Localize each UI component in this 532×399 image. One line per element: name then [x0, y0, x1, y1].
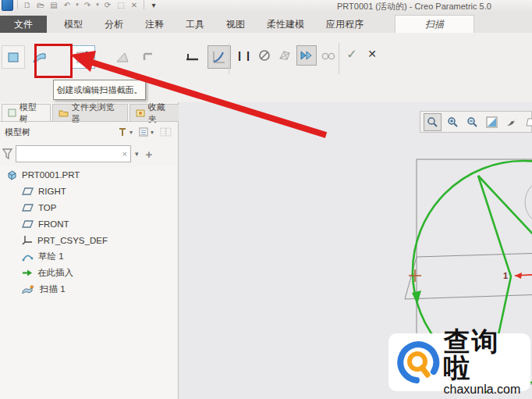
tab-tools[interactable]: 工具	[175, 16, 215, 33]
sketch-line-1	[478, 176, 532, 249]
filter-funnel-icon[interactable]	[2, 148, 13, 160]
tree-item-csys[interactable]: PRT_CSYS_DEF	[0, 232, 177, 248]
model-tree-header: 模型树 ▾ ▾	[0, 121, 178, 142]
display-style-icon	[505, 117, 517, 127]
ok-button[interactable]: ✓	[343, 45, 360, 62]
tooltip-text: 创建或编辑扫描截面。	[57, 84, 143, 96]
tree-item-sweep1[interactable]: ✱ 扫描 1	[0, 281, 177, 297]
settings-dropdown-icon[interactable]: ▾	[129, 129, 133, 136]
tab-favorites[interactable]: 收藏夹	[129, 104, 179, 121]
tree-item-label: 在此插入	[37, 267, 73, 279]
tab-annotate[interactable]: 注释	[134, 16, 175, 33]
undo-dropdown-icon[interactable]: ▾	[75, 0, 80, 10]
variable-section-button[interactable]	[207, 45, 231, 69]
tooltip: 创建或编辑扫描截面。	[53, 80, 146, 100]
tree-item-label: PRT0001.PRT	[22, 170, 80, 180]
display-style-button[interactable]	[503, 114, 520, 130]
zoom-in-button[interactable]	[445, 114, 461, 130]
zoom-out-button[interactable]	[464, 114, 481, 130]
pause-button[interactable]: ❙❙	[236, 47, 253, 64]
verify-button[interactable]	[320, 47, 337, 64]
tab-analysis[interactable]: 分析	[94, 16, 134, 33]
tree-filters-icon[interactable]	[138, 126, 149, 137]
tab-applications[interactable]: 应用程序	[315, 16, 374, 33]
tree-search-row: × ▾ +	[0, 143, 178, 165]
redo-icon[interactable]: ↷	[82, 0, 93, 10]
tree-settings-icon[interactable]	[117, 126, 128, 137]
tree-item-label: TOP	[38, 203, 56, 212]
tab-model-tree[interactable]: 模型树	[2, 104, 51, 121]
clear-search-icon[interactable]: ×	[119, 149, 130, 159]
filters-dropdown-icon[interactable]: ▾	[151, 129, 154, 136]
save-icon[interactable]: ▤	[48, 0, 59, 10]
open-file-icon[interactable]: 🗁	[35, 0, 46, 10]
tab-view[interactable]: 视图	[215, 16, 256, 33]
zoom-in-icon	[447, 116, 459, 128]
graphics-area[interactable]: 1	[179, 102, 532, 399]
remove-material-icon	[115, 50, 130, 64]
sketch-section-icon	[76, 49, 91, 65]
sketch-icon	[22, 252, 34, 262]
svg-text:✱: ✱	[30, 284, 34, 290]
cancel-button[interactable]: ✕	[364, 45, 381, 62]
tree-search-input[interactable]	[16, 147, 119, 161]
tab-folder-browser[interactable]: 文件夹浏览器	[52, 104, 128, 121]
tree-item-front[interactable]: FRONT	[0, 216, 177, 232]
thicken-sketch-icon	[142, 50, 156, 64]
refit-icon	[486, 116, 498, 128]
refit-button[interactable]	[484, 114, 500, 130]
section-marker-label: 1	[503, 271, 508, 280]
section-marker-arrow	[515, 273, 522, 279]
watermark-name: 查询啦	[444, 329, 526, 382]
zoom-out-icon	[466, 116, 478, 128]
add-filter-button[interactable]: +	[141, 148, 153, 161]
csys-icon	[22, 235, 33, 245]
tab-model[interactable]: 模型	[53, 16, 94, 33]
trajectory-direction-arrow	[412, 290, 421, 305]
regenerate-icon[interactable]: ⟳	[102, 0, 113, 10]
undo-icon[interactable]: ↶	[62, 0, 73, 10]
favorites-icon	[136, 109, 145, 117]
model-tree-title: 模型树	[0, 126, 30, 138]
origin-cross-icon	[409, 269, 421, 282]
glasses-icon	[321, 51, 335, 60]
customize-arrow-icon[interactable]: ▾	[148, 0, 159, 10]
tree-item-top[interactable]: TOP	[0, 199, 177, 216]
tree-item-part[interactable]: PRT0001.PRT	[0, 166, 177, 183]
model-tree-tab-icon	[8, 109, 16, 117]
attached-preview-button[interactable]	[296, 45, 317, 66]
remove-material-button[interactable]	[111, 45, 134, 69]
windows-icon[interactable]: ⬚	[115, 0, 126, 10]
ribbon-tab-bar: 文件 模型 分析 注释 工具 视图 柔性建模 应用程序 扫描	[0, 13, 532, 33]
part-icon	[6, 169, 17, 180]
chaxunla-logo-icon	[393, 338, 441, 387]
redo-dropdown-icon[interactable]: ▾	[95, 0, 100, 10]
constant-section-button[interactable]	[181, 45, 204, 69]
search-dropdown-icon[interactable]: ▾	[133, 150, 139, 158]
reference-circle	[525, 179, 532, 226]
watermark-url: chaxunla.com	[444, 383, 526, 396]
tree-item-right[interactable]: RIGHT	[0, 183, 177, 199]
tab-file[interactable]: 文件	[0, 16, 47, 33]
creo-app-icon[interactable]	[2, 0, 13, 11]
tab-flexible-modeling[interactable]: 柔性建模	[256, 16, 315, 33]
tree-columns-icon[interactable]	[160, 126, 172, 137]
new-file-icon[interactable]: 🗋	[22, 0, 33, 10]
datum-plane-outline	[405, 253, 532, 299]
tree-item-insert-here[interactable]: 在此插入	[0, 265, 177, 281]
thicken-sketch-button[interactable]	[137, 45, 161, 69]
tab-sweep-context[interactable]: 扫描	[395, 15, 474, 33]
divider	[144, 0, 144, 9]
wireframe-preview-button[interactable]	[276, 47, 293, 64]
tree-item-label: RIGHT	[38, 187, 66, 196]
navigator-tabs: 模型树 文件夹浏览器 收藏夹	[0, 104, 179, 121]
pause-icon: ❙❙	[236, 50, 253, 61]
no-preview-icon	[258, 49, 271, 62]
close-window-icon[interactable]: ✕	[129, 0, 140, 10]
tree-item-sketch1[interactable]: 草绘 1	[0, 248, 177, 265]
datum-display-button[interactable]	[523, 114, 532, 130]
sketch-section-button[interactable]	[72, 45, 95, 69]
solid-button[interactable]	[2, 45, 25, 69]
no-preview-button[interactable]	[256, 47, 273, 64]
zoom-region-button[interactable]	[424, 113, 442, 131]
